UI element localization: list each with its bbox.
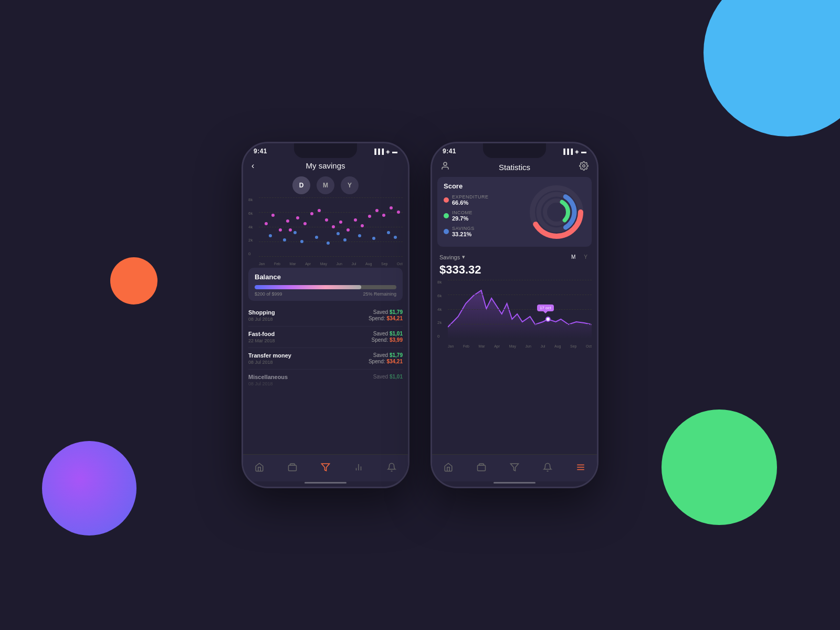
- dot-4: [286, 219, 289, 223]
- dot-7: [303, 222, 307, 225]
- nav-home[interactable]: [255, 463, 264, 472]
- line-y-labels: 8k 6k 4k 2k 0: [437, 280, 447, 339]
- savings-section-header: Savings ▾ M Y: [432, 249, 597, 262]
- phone-savings: 9:41 ▐▐▐ ◈ ▬ ‹ My savings D M Y 8k: [242, 142, 410, 488]
- transaction-misc[interactable]: Miscellaneous 08 Jul 2018 Saved $1,01: [248, 370, 403, 391]
- svg-rect-14: [478, 465, 486, 471]
- nav-filter[interactable]: [321, 463, 330, 472]
- dot-17: [375, 209, 379, 212]
- wifi-icon: ◈: [386, 149, 390, 154]
- nav2-wallet[interactable]: [477, 463, 486, 472]
- balance-bar-info: $200 of $999 25% Remaining: [255, 291, 396, 297]
- savings-title: My savings: [306, 161, 345, 170]
- period-tabs: D M Y: [243, 172, 408, 197]
- transaction-transfer-left: Transfer money 08 Jul 2018: [248, 352, 291, 365]
- savings-tab-m[interactable]: M: [569, 253, 578, 261]
- donut-chart: [528, 183, 585, 241]
- grid-line-1: [259, 197, 403, 198]
- dot-b12: [394, 236, 397, 239]
- dot-14: [354, 218, 357, 222]
- grid-line-3: [259, 227, 403, 227]
- line-x-labels: Jan Feb Mar Apr May Jun Jul Aug Sep Oct: [448, 344, 592, 348]
- phone1-home-indicator: [304, 482, 346, 484]
- nav-bell[interactable]: [387, 463, 396, 472]
- dot-b10: [372, 237, 375, 240]
- dot-15: [361, 224, 364, 227]
- period-tab-m[interactable]: M: [317, 176, 334, 194]
- deco-orange-circle: [110, 257, 158, 304]
- transaction-shopping-right: Saved $1,79 Spend: $34,21: [369, 309, 403, 322]
- savings-tab-y[interactable]: Y: [582, 253, 590, 261]
- dot-b2: [283, 238, 286, 242]
- legend-savings: SAVINGS 33.21%: [444, 226, 522, 237]
- dot-8: [310, 212, 313, 215]
- nav-chart[interactable]: [354, 463, 363, 472]
- scatter-x-labels: Jan Feb Mar Apr May Jun Jul Aug Sep Oct: [259, 262, 403, 266]
- transaction-transfer-right: Saved $1,79 Spend: $34,21: [369, 352, 403, 365]
- wifi-icon-2: ◈: [575, 149, 579, 154]
- nav2-filter[interactable]: [510, 463, 519, 472]
- svg-marker-15: [510, 464, 518, 471]
- scatter-grid: [259, 197, 403, 256]
- chart-tooltip: 17 oct: [537, 304, 554, 311]
- lgrid-2: [448, 295, 592, 295]
- savings-dropdown-label[interactable]: Savings ▾: [439, 254, 465, 260]
- grid-line-5: [259, 256, 403, 257]
- score-title: Score: [444, 182, 522, 190]
- phone2-time: 9:41: [443, 148, 456, 155]
- balance-section: Balance $200 of $999 25% Remaining: [248, 268, 403, 301]
- grid-line-4: [259, 242, 403, 242]
- dot-12: [339, 220, 342, 224]
- deco-green-circle: [662, 410, 777, 525]
- stats-header-bar: Statistics: [432, 157, 597, 175]
- dot-1: [265, 222, 268, 225]
- dot-b11: [387, 231, 390, 234]
- transaction-fastfood[interactable]: Fast-food 22 Mar 2018 Saved $1,01 Spend:…: [248, 327, 403, 348]
- grid-line-2: [259, 212, 403, 213]
- dot-2: [271, 214, 275, 217]
- dot-b9: [358, 234, 361, 237]
- dot-3: [279, 228, 282, 232]
- scatter-y-labels: 8k 6k 4k 2k 0: [248, 197, 258, 256]
- dot-b8: [343, 238, 346, 242]
- transaction-shopping-left: Shopping 08 Jul 2018: [248, 309, 275, 322]
- nav2-menu[interactable]: [576, 463, 585, 472]
- svg-point-6: [583, 165, 585, 167]
- legend-dot-blue: [444, 229, 449, 234]
- dot-20: [397, 211, 400, 214]
- phone1-bottom-nav: [243, 454, 408, 481]
- svg-point-13: [546, 317, 550, 321]
- dot-19: [390, 206, 393, 209]
- phone1-content: ‹ My savings D M Y 8k 6k 4k 2k 0: [243, 157, 408, 481]
- phone2-status-icons: ▐▐▐ ◈ ▬: [562, 149, 586, 154]
- dot-6: [296, 216, 299, 219]
- signal-icon: ▐▐▐: [373, 149, 384, 154]
- nav2-bell[interactable]: [543, 463, 552, 472]
- svg-point-5: [444, 162, 447, 165]
- transaction-misc-right: Saved $1,01: [373, 374, 403, 380]
- period-tab-y[interactable]: Y: [341, 176, 359, 194]
- transaction-shopping[interactable]: Shopping 08 Jul 2018 Saved $1,79 Spend: …: [248, 305, 403, 327]
- balance-bar-fill: [255, 285, 361, 289]
- svg-rect-0: [289, 465, 297, 471]
- phone2-content: Statistics Score EXPENDITURE 66.6%: [432, 157, 597, 481]
- phone2-bottom-nav: [432, 454, 597, 481]
- dot-b1: [269, 234, 272, 237]
- scatter-chart: 8k 6k 4k 2k 0: [248, 197, 403, 266]
- back-button[interactable]: ‹: [251, 161, 254, 171]
- signal-icon-2: ▐▐▐: [562, 149, 573, 154]
- period-tab-d[interactable]: D: [292, 176, 310, 194]
- nav2-home[interactable]: [444, 463, 453, 472]
- savings-header-bar: ‹ My savings: [243, 157, 408, 172]
- phone1-time: 9:41: [254, 148, 267, 155]
- dot-13: [346, 228, 350, 232]
- nav-wallet[interactable]: [288, 463, 297, 472]
- settings-icon[interactable]: [579, 161, 589, 173]
- dot-18: [382, 214, 385, 217]
- balance-bar-track: [255, 285, 396, 289]
- lgrid-1: [448, 280, 592, 280]
- transaction-transfer[interactable]: Transfer money 08 Jul 2018 Saved $1,79 S…: [248, 348, 403, 370]
- savings-text: Savings: [439, 254, 460, 260]
- profile-icon[interactable]: [440, 161, 450, 173]
- dot-11: [332, 225, 335, 228]
